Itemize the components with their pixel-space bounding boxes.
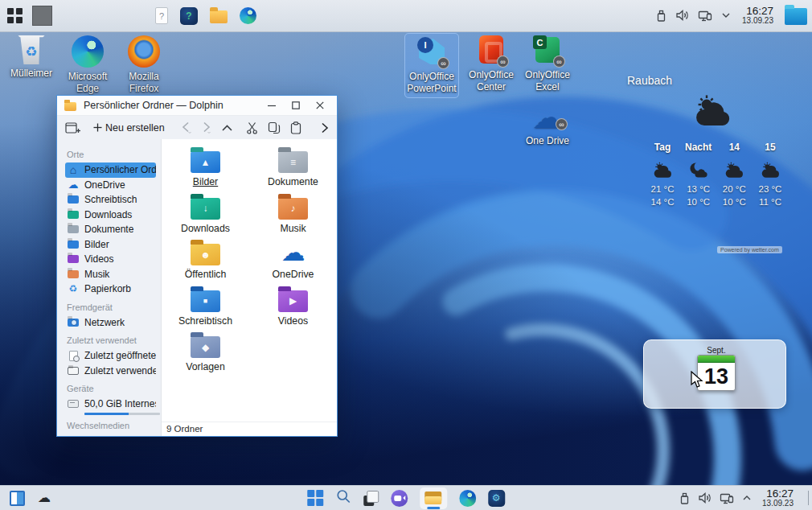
cut-icon[interactable] <box>246 121 258 134</box>
chevron-down-icon[interactable] <box>721 12 731 19</box>
maximize-button[interactable] <box>284 97 308 114</box>
unknown-file-icon[interactable]: ? <box>155 7 168 24</box>
folder-item-onedrive[interactable]: ☁ OneDrive <box>252 240 335 280</box>
task-view-icon[interactable] <box>363 491 379 506</box>
chevron-up-icon[interactable] <box>742 495 752 501</box>
weather-high: 21 °C <box>651 183 675 195</box>
start-button[interactable] <box>307 490 323 506</box>
sidebar-item-vbox-disc[interactable]: VBox_GAs_7.0.8 <box>65 434 156 437</box>
weather-col-label: 14 <box>729 142 740 153</box>
desktop-icon-label: Mozilla Firefox <box>117 71 170 95</box>
taskbar-clock[interactable]: 16:27 13.09.23 <box>762 488 794 508</box>
up-button[interactable] <box>221 124 233 132</box>
folder-view-widget-icon[interactable] <box>785 8 807 25</box>
sidebar-item-label: Netzwerk <box>84 317 125 328</box>
show-desktop-edge[interactable] <box>808 491 809 505</box>
sidebar-item-internal-drive[interactable]: 50,0 GiB Internes Lauf… <box>65 397 156 412</box>
folder-label: Dokumente <box>268 176 318 187</box>
system-tray: 16:27 13.09.23 <box>655 6 812 26</box>
desktop-icon-onlyoffice-powerpoint[interactable]: I ∞ OnlyOffice PowerPoint <box>405 34 458 97</box>
virtual-desktop-pager[interactable] <box>32 6 52 26</box>
minimize-button[interactable] <box>260 97 284 114</box>
onedrive-tray-icon[interactable]: ☁ <box>38 492 51 504</box>
edge-icon <box>72 35 104 68</box>
folder-item-vorlagen[interactable]: ◆ Vorlagen <box>164 332 248 372</box>
moon-cloud-icon <box>687 157 710 183</box>
weather-widget[interactable]: Raubach Tag 21 °C 14 °C Nacht <box>619 74 806 208</box>
sidebar-item-downloads[interactable]: Downloads <box>65 208 156 223</box>
close-button[interactable] <box>308 97 332 114</box>
display-network-icon[interactable] <box>720 491 735 505</box>
usb-device-icon[interactable] <box>679 491 691 505</box>
folder-item-dokumente[interactable]: ≡ Dokumente <box>252 147 335 187</box>
window-controls <box>260 97 332 114</box>
desktop-icon-onlyoffice-center[interactable]: ∞ OnlyOffice Center <box>465 34 518 93</box>
paste-icon[interactable] <box>290 121 301 134</box>
panel-clock[interactable]: 16:27 13.09.23 <box>742 6 773 26</box>
onedrive-icon: ☁ ∞ <box>532 103 563 132</box>
forward-button[interactable] <box>201 121 211 134</box>
weather-current-icon <box>619 92 806 130</box>
music-folder-icon: ♪ <box>278 198 308 220</box>
toolbar-overflow-button[interactable] <box>321 122 329 134</box>
window-layout-icon[interactable] <box>10 491 25 506</box>
desktop-icon-edge[interactable]: Microsoft Edge <box>61 35 114 95</box>
desktop-icon-onedrive[interactable]: ☁ ∞ One Drive <box>521 103 574 147</box>
folder-item-schreibtisch[interactable]: ■ Schreibtisch <box>164 286 248 327</box>
weather-col-night: Nacht 13 °C 10 °C <box>681 142 716 208</box>
app-launcher-icon[interactable] <box>7 8 23 23</box>
calendar-header <box>698 356 735 363</box>
volume-icon[interactable] <box>698 491 712 504</box>
sidebar-item-bilder[interactable]: Bilder <box>65 237 156 253</box>
file-manager-icon[interactable] <box>210 10 228 23</box>
folder-label: Downloads <box>181 223 230 234</box>
folder-item-downloads[interactable]: ↓ Downloads <box>164 194 248 234</box>
top-panel: ? ? 16:27 13.09.23 <box>0 0 812 32</box>
back-button[interactable] <box>181 121 191 134</box>
sidebar-item-label: Bilder <box>84 239 109 250</box>
new-create-button[interactable]: Neu erstellen <box>93 122 165 134</box>
sidebar-item-label: Dokumente <box>84 224 133 235</box>
sidebar-item-zuletzt-dateien[interactable]: Zuletzt geöffnete Date… <box>65 348 156 364</box>
desktop-icon-firefox[interactable]: Mozilla Firefox <box>117 35 170 95</box>
settings-app-icon[interactable]: ⚙ <box>488 490 505 507</box>
folder-item-bilder[interactable]: ▲ Bilder <box>164 147 248 187</box>
sidebar-item-netzwerk[interactable]: Netzwerk <box>65 315 156 331</box>
link-emblem-icon: ∞ <box>556 118 568 130</box>
sidebar-item-onedrive[interactable]: ☁ OneDrive <box>65 178 156 193</box>
titlebar[interactable]: Persönlicher Ordner — Dolphin <box>57 96 337 116</box>
sidebar-item-papierkorb[interactable]: ♻ Papierkorb <box>65 282 156 297</box>
public-folder-icon: ☻ <box>191 244 220 265</box>
toolbar: Neu erstellen <box>57 116 337 139</box>
edge-browser-icon[interactable] <box>240 7 256 24</box>
sidebar-item-videos[interactable]: Videos <box>65 252 156 267</box>
chat-icon[interactable] <box>391 490 408 507</box>
sidebar-item-dokumente[interactable]: Dokumente <box>65 222 156 237</box>
folder-item-oeffentlich[interactable]: ☻ Öffentlich <box>164 240 248 280</box>
folder-item-musik[interactable]: ♪ Musik <box>252 194 335 234</box>
weather-low: 11 °C <box>759 195 781 208</box>
search-icon[interactable] <box>335 488 351 508</box>
window-folder-icon <box>64 102 76 111</box>
folder-item-videos[interactable]: ▶ Videos <box>252 286 335 327</box>
display-network-icon[interactable] <box>698 9 713 23</box>
desktop-icon-trash[interactable]: ♻ Mülleimer <box>5 35 58 80</box>
weather-high: 20 °C <box>723 183 746 195</box>
volume-icon[interactable] <box>675 9 690 22</box>
cloud-icon: ☁ <box>67 179 80 191</box>
sidebar-item-zuletzt-orte[interactable]: Zuletzt verwendete Orte <box>65 364 156 379</box>
usb-device-icon[interactable] <box>655 9 667 23</box>
copy-icon[interactable] <box>268 121 281 134</box>
sidebar-item-persoenlicher-ordner[interactable]: ⌂ Persönlicher Ordner <box>65 162 156 178</box>
sidebar-item-label: 50,0 GiB Internes Lauf… <box>84 398 156 409</box>
sidebar-item-schreibtisch[interactable]: Schreibtisch <box>65 192 156 208</box>
calendar-widget[interactable]: Sept. 13 <box>643 339 786 409</box>
desktop-icon-onlyoffice-excel[interactable]: C ∞ OnlyOffice Excel <box>521 34 574 93</box>
sidebar-item-musik[interactable]: Musik <box>65 267 156 282</box>
taskbar-dolphin-active[interactable] <box>420 487 447 509</box>
new-tab-icon[interactable] <box>65 121 80 134</box>
edge-browser-icon[interactable] <box>459 490 476 507</box>
sun-cloud-icon <box>758 157 782 183</box>
panel-app-icon[interactable]: ? <box>180 7 198 25</box>
home-icon: ⌂ <box>67 163 80 176</box>
